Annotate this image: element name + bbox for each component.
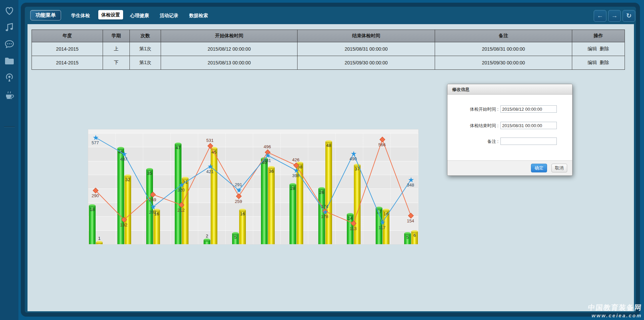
- table-cell: 2015/08/13 00:00:00: [161, 56, 298, 70]
- start-time-label: 体检开始时间 :: [447, 105, 498, 113]
- edit-link[interactable]: 编辑: [588, 60, 597, 65]
- line-value-label: 117: [379, 225, 386, 230]
- delete-link[interactable]: 删除: [600, 46, 609, 51]
- forward-icon: →: [611, 12, 618, 19]
- end-time-label: 体检结束时间 :: [447, 122, 498, 130]
- dialog-titlebar[interactable]: 修改信息 ×: [447, 84, 572, 95]
- table-cell: 2015/09/30 00:00:00: [298, 56, 435, 70]
- table-cell: 2015/08/31 00:00:00: [435, 42, 572, 56]
- menu-button[interactable]: 功能菜单: [30, 10, 61, 20]
- ok-button[interactable]: 确定: [531, 164, 547, 172]
- field-row-start-time: 体检开始时间 :: [447, 105, 572, 113]
- line-value-label: 531: [206, 138, 214, 143]
- forward-button[interactable]: →: [608, 10, 621, 22]
- line-value-label: 496: [264, 144, 271, 149]
- dialog-footer: 确定 取消: [447, 160, 572, 175]
- table-cell: 第1次: [129, 56, 161, 70]
- refresh-icon: ↻: [626, 12, 632, 19]
- line-value-label: 269: [149, 197, 156, 202]
- line-value-label: 212: [177, 208, 185, 213]
- line-value-label: 320: [177, 188, 185, 193]
- tab-3[interactable]: 心理健康: [130, 13, 149, 19]
- remark-label: 备注 :: [447, 138, 498, 146]
- column-header: 备注: [435, 30, 572, 42]
- exam-schedule-table: 年度学期次数开始体检时间结束体检时间备注操作 2014-2015上第1次2015…: [32, 30, 625, 70]
- start-time-input[interactable]: [500, 105, 557, 113]
- column-header: 开始体检时间: [161, 30, 298, 42]
- folder-icon[interactable]: [3, 55, 15, 67]
- line-value-label: 398: [292, 173, 300, 178]
- table-row: 2014-2015下第1次2015/08/13 00:00:002015/09/…: [32, 56, 625, 70]
- remark-input[interactable]: [500, 138, 557, 145]
- delete-link[interactable]: 删除: [600, 60, 609, 65]
- tab-5[interactable]: 数据检索: [189, 13, 208, 19]
- line-value-label: 577: [92, 140, 99, 145]
- table-cell: 2014-2015: [32, 56, 103, 70]
- refresh-button[interactable]: ↻: [623, 10, 635, 22]
- line-value-label: 202: [149, 210, 156, 215]
- line-value-label: 421: [206, 169, 214, 174]
- sidebar: [0, 0, 18, 320]
- edit-link[interactable]: 编辑: [588, 46, 597, 51]
- line-value-label: 566: [378, 142, 386, 147]
- tab-2[interactable]: 体检设置: [98, 10, 123, 19]
- line-value-label: 259: [235, 199, 242, 204]
- line-value-label: 178: [321, 214, 328, 219]
- table-cell: 2015/08/12 00:00:00: [161, 42, 298, 56]
- line-value-label: 174: [321, 204, 328, 209]
- close-icon[interactable]: ×: [452, 87, 569, 93]
- cancel-button[interactable]: 取消: [551, 164, 567, 172]
- line-value-label: 426: [292, 157, 300, 162]
- line-value-label: 490: [350, 156, 357, 161]
- table-cell: 上: [103, 42, 130, 56]
- line-value-label: 290: [92, 193, 99, 198]
- edit-info-dialog: 修改信息 × 体检开始时间 : 体检结束时间 : 备注 : 确定 取消: [447, 84, 573, 176]
- column-header: 年度: [32, 30, 103, 42]
- tab-1[interactable]: 学生体检: [71, 13, 90, 19]
- coffee-icon[interactable]: [3, 89, 15, 101]
- table-cell: 第1次: [129, 42, 161, 56]
- table-cell: 2015/09/30 00:00:00: [435, 56, 572, 70]
- line-value-label: 154: [407, 218, 414, 223]
- column-header: 结束体检时间: [298, 30, 435, 42]
- actions-cell: 编辑删除: [572, 42, 625, 56]
- chat-icon[interactable]: [3, 38, 15, 50]
- tab-4[interactable]: 活动记录: [160, 13, 178, 19]
- heart-icon[interactable]: [3, 5, 15, 17]
- chart-plot-area: 1814532351647312455164036283826481437171…: [88, 133, 418, 244]
- sidebar-divider: [4, 126, 15, 127]
- music-icon[interactable]: [3, 21, 15, 34]
- table-row: 2014-2015上第1次2015/08/12 00:00:002015/08/…: [32, 42, 625, 56]
- line-series: [88, 133, 418, 244]
- line-value-label: 291: [235, 182, 242, 187]
- column-header: 次数: [129, 30, 161, 42]
- line-value-label: 487: [120, 157, 127, 162]
- table-cell: 下: [103, 56, 130, 70]
- column-header: 学期: [103, 30, 130, 42]
- line-value-label: 132: [120, 222, 127, 227]
- table-cell: 2015/08/31 00:00:00: [298, 42, 435, 56]
- field-row-remark: 备注 :: [447, 138, 572, 146]
- line-value-label: 348: [407, 182, 414, 188]
- end-time-input[interactable]: [500, 122, 557, 129]
- table-cell: 2014-2015: [32, 42, 103, 56]
- column-header: 操作: [572, 30, 625, 42]
- exam-statistics-chart: 1814532351647312455164036283826481437171…: [88, 129, 418, 244]
- actions-cell: 编辑删除: [572, 56, 625, 70]
- line-value-label: 113: [350, 226, 357, 231]
- field-row-end-time: 体检结束时间 :: [447, 122, 572, 130]
- back-button[interactable]: ←: [594, 10, 606, 22]
- back-icon: ←: [597, 12, 603, 19]
- line-value-label: 481: [264, 158, 271, 163]
- broadcast-icon[interactable]: [3, 72, 15, 84]
